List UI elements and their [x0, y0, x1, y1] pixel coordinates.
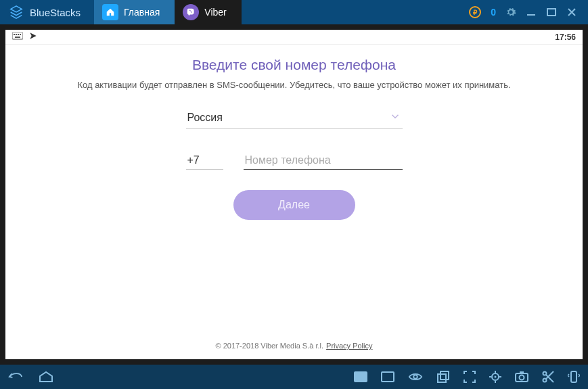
svg-rect-6	[20, 34, 21, 35]
titlebar-controls: ₽ 0	[469, 6, 588, 18]
fullscreen-icon[interactable]	[463, 371, 476, 383]
files-icon[interactable]	[436, 371, 450, 383]
location-icon[interactable]	[489, 371, 501, 383]
status-time: 17:56	[555, 32, 576, 42]
svg-rect-18	[571, 371, 576, 382]
tab-home[interactable]: Главная	[94, 0, 175, 24]
eye-icon[interactable]	[408, 371, 423, 382]
page-title: Введите свой номер телефона	[192, 57, 396, 73]
app-window: BlueStacks Главная Viber ₽ 0	[0, 0, 588, 389]
svg-point-17	[543, 379, 547, 382]
svg-rect-4	[16, 34, 17, 35]
bluestacks-logo-icon	[5, 1, 27, 23]
svg-rect-9	[438, 374, 446, 382]
svg-rect-2	[12, 32, 23, 39]
svg-point-12	[495, 376, 497, 378]
home-nav-icon[interactable]	[38, 371, 54, 383]
tab-viber-label: Viber	[204, 7, 226, 18]
privacy-link[interactable]: Privacy Policy	[326, 342, 372, 350]
home-icon	[102, 4, 118, 20]
svg-point-14	[520, 375, 524, 380]
android-statusbar: 17:56	[5, 30, 583, 45]
gear-icon[interactable]	[505, 7, 516, 18]
phone-number-input[interactable]	[244, 152, 403, 170]
bluestacks-status-icon	[28, 31, 38, 43]
android-navbar	[0, 365, 588, 389]
svg-point-8	[413, 375, 417, 379]
page-subtitle: Код активации будет отправлен в SMS-сооб…	[50, 80, 537, 90]
keyboard-toggle-off-icon[interactable]	[381, 371, 394, 382]
svg-rect-7	[15, 37, 20, 38]
tab-home-label: Главная	[124, 7, 160, 18]
camera-icon[interactable]	[515, 371, 528, 382]
keyboard-toggle-on-icon[interactable]	[354, 371, 367, 382]
country-label: Россия	[187, 112, 223, 124]
viber-icon	[183, 4, 199, 20]
phone-row	[186, 152, 403, 170]
coin-count: 0	[491, 7, 496, 18]
close-icon[interactable]	[566, 7, 577, 18]
country-selector[interactable]: Россия	[186, 108, 403, 129]
back-icon[interactable]	[8, 371, 23, 383]
bluestacks-title: BlueStacks	[30, 7, 81, 18]
shake-icon[interactable]	[568, 370, 580, 384]
minimize-icon[interactable]	[526, 7, 537, 18]
coin-icon[interactable]: ₽	[469, 6, 481, 18]
footer: © 2017-2018 Viber Media S.à r.l. Privacy…	[215, 332, 372, 359]
viber-screen: Введите свой номер телефона Код активаци…	[5, 45, 583, 359]
titlebar: BlueStacks Главная Viber ₽ 0	[0, 0, 588, 24]
chevron-down-icon	[389, 110, 401, 125]
keyboard-status-icon	[12, 31, 23, 43]
svg-rect-0	[527, 14, 535, 16]
next-button[interactable]: Далее	[233, 190, 355, 220]
svg-rect-15	[520, 371, 524, 373]
svg-rect-3	[14, 34, 15, 35]
svg-rect-10	[440, 371, 449, 380]
svg-rect-5	[18, 34, 19, 35]
copyright-text: © 2017-2018 Viber Media S.à r.l.	[215, 342, 323, 350]
svg-rect-1	[547, 9, 556, 16]
country-code-input[interactable]	[186, 152, 223, 170]
scissors-icon[interactable]	[542, 371, 554, 383]
tab-viber[interactable]: Viber	[175, 0, 241, 24]
maximize-icon[interactable]	[546, 7, 557, 18]
svg-point-16	[543, 372, 547, 375]
app-viewport: 17:56 Введите свой номер телефона Код ак…	[0, 24, 588, 365]
